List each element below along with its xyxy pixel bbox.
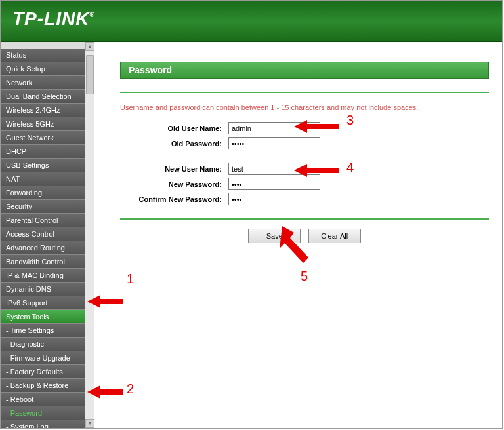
old-username-input[interactable] xyxy=(228,122,320,134)
confirm-password-label: Confirm New Password: xyxy=(120,195,228,203)
confirm-password-input[interactable] xyxy=(228,193,320,205)
save-button[interactable]: Save xyxy=(248,229,301,243)
new-username-label: New User Name: xyxy=(120,165,228,173)
sidebar-item[interactable]: IP & MAC Binding xyxy=(1,269,85,283)
sidebar-item[interactable]: Access Control xyxy=(1,227,85,241)
old-password-label: Old Password: xyxy=(120,140,228,147)
sidebar-subitem[interactable]: - Password xyxy=(1,406,85,420)
scroll-up-icon[interactable]: ▴ xyxy=(85,42,94,51)
header: TP-LINK® xyxy=(1,1,502,42)
scroll-thumb[interactable] xyxy=(86,55,94,94)
sidebar-subitem[interactable]: - System Log xyxy=(1,420,85,428)
old-username-label: Old User Name: xyxy=(120,125,228,132)
sidebar-item[interactable]: Forwarding xyxy=(1,186,85,200)
sidebar-subitem[interactable]: - Factory Defaults xyxy=(1,365,85,379)
new-username-input[interactable] xyxy=(228,163,320,175)
sidebar-subitem[interactable]: - Time Settings xyxy=(1,324,85,338)
sidebar-item[interactable]: Dual Band Selection xyxy=(1,90,85,104)
new-password-label: New Password: xyxy=(120,180,228,188)
sidebar-item[interactable]: System Tools xyxy=(1,310,85,324)
sidebar-item[interactable]: Advanced Routing xyxy=(1,241,85,255)
sidebar-item[interactable]: Network xyxy=(1,76,85,90)
sidebar-subitem[interactable]: - Firmware Upgrade xyxy=(1,351,85,365)
sidebar-item[interactable]: Security xyxy=(1,200,85,214)
sidebar-subitem[interactable]: - Reboot xyxy=(1,393,85,406)
page-title: Password xyxy=(120,62,489,79)
sidebar-item[interactable]: Status xyxy=(1,49,85,62)
sidebar: StatusQuick SetupNetworkDual Band Select… xyxy=(1,42,94,428)
sidebar-item[interactable]: IPv6 Support xyxy=(1,296,85,310)
sidebar-subitem[interactable]: - Diagnostic xyxy=(1,338,85,351)
clear-all-button[interactable]: Clear All xyxy=(308,229,361,243)
sidebar-item[interactable]: Wireless 5GHz xyxy=(1,117,85,131)
brand-logo: TP-LINK® xyxy=(12,9,490,29)
sidebar-scrollbar[interactable]: ▴ ▾ xyxy=(85,42,94,428)
sidebar-item[interactable]: DHCP xyxy=(1,145,85,159)
sidebar-item[interactable]: Dynamic DNS xyxy=(1,283,85,296)
scroll-down-icon[interactable]: ▾ xyxy=(85,419,94,428)
sidebar-item[interactable]: USB Settings xyxy=(1,159,85,172)
sidebar-item[interactable]: Parental Control xyxy=(1,214,85,227)
sidebar-item[interactable]: Guest Network xyxy=(1,131,85,145)
sidebar-subitem[interactable]: - Backup & Restore xyxy=(1,379,85,393)
new-password-input[interactable] xyxy=(228,178,320,190)
sidebar-item[interactable]: Quick Setup xyxy=(1,62,85,76)
sidebar-item[interactable]: Wireless 2.4GHz xyxy=(1,104,85,117)
divider xyxy=(120,218,489,220)
content: Password Username and password can conta… xyxy=(94,42,502,428)
divider xyxy=(120,92,489,93)
sidebar-item[interactable]: Bandwidth Control xyxy=(1,255,85,269)
old-password-input[interactable] xyxy=(228,137,320,149)
warning-text: Username and password can contain betwee… xyxy=(120,104,489,111)
sidebar-item[interactable]: NAT xyxy=(1,172,85,186)
